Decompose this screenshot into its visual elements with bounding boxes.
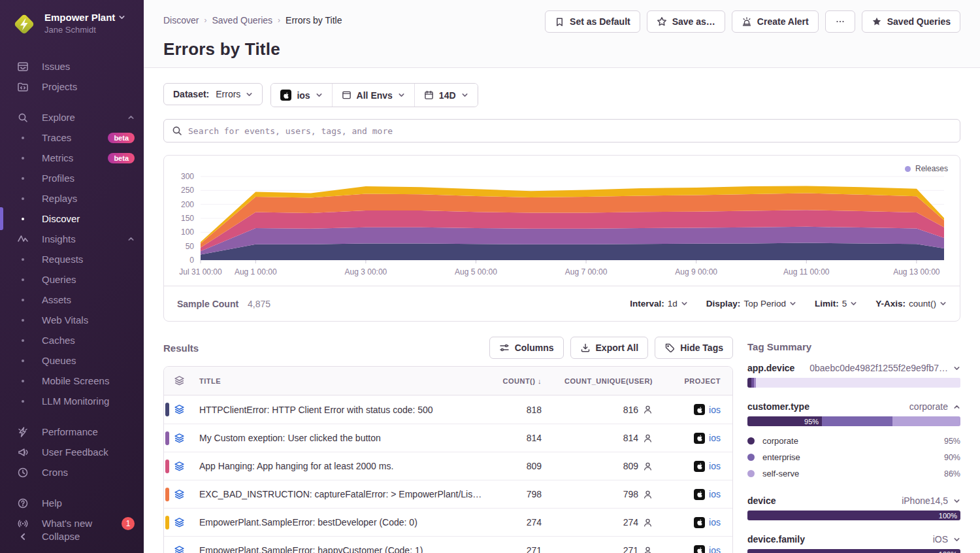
svg-text:50: 50 (186, 242, 195, 251)
table-row: EmpowerPlant.SampleError: bestDeveloper … (164, 508, 732, 536)
tag-distribution-bar: 100% (747, 511, 960, 520)
sidebar-item-insights[interactable]: Insights (0, 229, 144, 249)
svg-text:300: 300 (181, 172, 194, 181)
tag-header-device[interactable]: deviceiPhone14,5 (747, 495, 960, 506)
sidebar-collapse-button[interactable]: Collapse (0, 526, 144, 546)
chevron-down-icon (953, 365, 960, 372)
releases-legend[interactable]: Releases (905, 164, 948, 173)
column-header-title[interactable]: TITLE (194, 377, 488, 385)
sidebar-item-issues[interactable]: Issues (0, 56, 144, 76)
sidebar-item-label: Issues (42, 61, 135, 72)
sidebar-item-discover[interactable]: Discover (0, 209, 144, 229)
tag-top-value: iOS (810, 534, 948, 545)
project-link[interactable]: ios (709, 517, 721, 528)
create-alert-button[interactable]: Create Alert (732, 10, 819, 33)
sidebar-item-crons[interactable]: Crons (0, 462, 144, 482)
sidebar-item-assets[interactable]: Assets (0, 290, 144, 310)
sidebar-item-label: Performance (42, 426, 135, 437)
tag-bar-segment: 95% (747, 416, 822, 426)
tag-segment-percent: 100% (939, 512, 960, 520)
sidebar-item-performance[interactable]: Performance (0, 422, 144, 442)
sidebar-item-label: Discover (42, 213, 135, 224)
tag-header-device-family[interactable]: device.familyiOS (747, 534, 960, 545)
sidebar-item-metrics[interactable]: Metricsbeta (0, 148, 144, 168)
tag-segment-percent: 95% (804, 418, 822, 426)
series-color-chip (165, 403, 169, 416)
limit-dropdown[interactable]: Limit:5 (815, 299, 857, 309)
sidebar-item-llm-monitoring[interactable]: LLM Monitoring (0, 391, 144, 411)
project-link[interactable]: ios (709, 489, 721, 499)
row-count: 271 (488, 545, 553, 553)
chevron-down-icon (316, 92, 323, 99)
row-count-unique-value: 274 (623, 517, 638, 528)
sidebar-item-mobile-screens[interactable]: Mobile Screens (0, 371, 144, 391)
tag-legend: corporate95%enterprise90%self-serve86% (747, 433, 960, 482)
sidebar-item-profiles[interactable]: Profiles (0, 168, 144, 188)
stack-icon (164, 375, 194, 386)
apple-icon (694, 545, 705, 553)
tag-header-app-device[interactable]: app.device0baebc0de4982f1255f2e9e9fb7… (747, 363, 960, 373)
saved-queries-button[interactable]: Saved Queries (862, 10, 960, 33)
sidebar-item-explore[interactable]: Explore (0, 107, 144, 127)
sidebar-item-user-feedback[interactable]: User Feedback (0, 442, 144, 462)
column-header-count[interactable]: COUNT() ↓ (488, 377, 553, 385)
yaxis-dropdown[interactable]: Y-Axis:count() (875, 299, 947, 309)
project-link[interactable]: ios (709, 545, 721, 553)
sidebar-section: HelpWhat's new1 (0, 493, 144, 533)
bullet-dot-icon (22, 278, 24, 281)
project-link[interactable]: ios (709, 461, 721, 471)
project-link[interactable]: ios (709, 405, 721, 415)
search-input[interactable] (188, 126, 952, 136)
tag-summary-heading: Tag Summary (747, 341, 960, 352)
tag-header-customer-type[interactable]: customer.typecorporate (747, 401, 960, 412)
row-count-unique: 271 (553, 545, 664, 553)
hide-tags-button[interactable]: Hide Tags (655, 337, 733, 359)
sidebar-item-requests[interactable]: Requests (0, 249, 144, 269)
project-filter-button[interactable]: ios (271, 84, 331, 107)
notification-badge: 1 (122, 517, 135, 530)
sidebar-item-projects[interactable]: Projects (0, 76, 144, 97)
column-header-project[interactable]: PROJECT (664, 377, 732, 385)
breadcrumb-link[interactable]: Discover (163, 15, 199, 25)
bullet-dot-icon (22, 218, 24, 220)
set-as-default-button[interactable]: Set as Default (545, 10, 640, 33)
save-as-button[interactable]: Save as… (647, 10, 725, 33)
sidebar-nav: IssuesProjectsExploreTracesbetaMetricsbe… (0, 42, 144, 533)
display-dropdown[interactable]: Display:Top Period (706, 299, 796, 309)
tag-section-app-device: app.device0baebc0de4982f1255f2e9e9fb7… (747, 363, 960, 388)
bookmark-icon (555, 17, 564, 27)
tag-legend-row: corporate95% (747, 433, 960, 449)
row-project: ios (664, 489, 732, 500)
table-row: EmpowerPlant.SampleError: happyCustomer … (164, 536, 732, 553)
dataset-filter-label: Dataset: (173, 89, 209, 99)
org-switcher[interactable]: Empower Plant Jane Schmidt (0, 0, 144, 42)
date-range-filter-button[interactable]: 14D (414, 84, 478, 107)
sidebar-item-web-vitals[interactable]: Web Vitals (0, 310, 144, 330)
sample-count: Sample Count 4,875 (177, 299, 270, 309)
breadcrumb-link[interactable]: Saved Queries (212, 15, 272, 25)
sidebar-item-queries[interactable]: Queries (0, 269, 144, 290)
tag-bar-segment (756, 378, 960, 388)
row-count: 798 (488, 489, 553, 499)
sidebar-item-queues[interactable]: Queues (0, 350, 144, 371)
sidebar-item-caches[interactable]: Caches (0, 330, 144, 350)
sidebar-item-traces[interactable]: Tracesbeta (0, 127, 144, 148)
project-link[interactable]: ios (709, 433, 721, 443)
svg-text:0: 0 (189, 256, 194, 265)
environment-filter-button[interactable]: All Envs (332, 84, 414, 107)
sidebar-item-replays[interactable]: Replays (0, 188, 144, 209)
apple-icon (694, 433, 705, 444)
table-row: My Custom exeption: User clicked the but… (164, 424, 732, 452)
interval-dropdown[interactable]: Interval:1d (630, 299, 688, 309)
tag-legend-percent: 95% (944, 437, 960, 446)
legend-dot-icon (747, 454, 755, 461)
control-label: Interval: (630, 299, 664, 309)
stack-icon[interactable] (164, 545, 194, 553)
more-options-button[interactable] (825, 10, 855, 33)
export-all-button[interactable]: Export All (570, 337, 649, 359)
sidebar-item-help[interactable]: Help (0, 493, 144, 513)
column-header-count-unique-user[interactable]: COUNT_UNIQUE(USER) (553, 377, 664, 385)
dataset-filter-button[interactable]: Dataset: Errors (163, 83, 263, 105)
help-icon (17, 497, 29, 509)
columns-button[interactable]: Columns (489, 337, 564, 359)
